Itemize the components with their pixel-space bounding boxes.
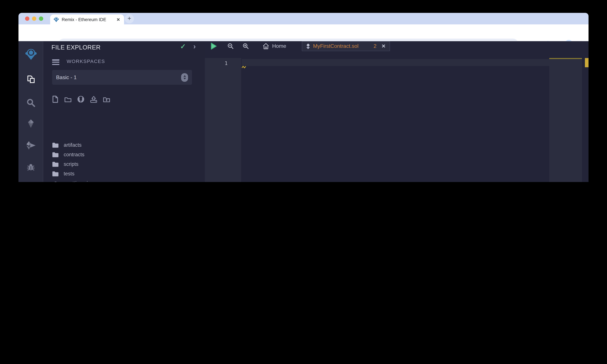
file-explorer-panel: FILE EXPLORER ✓ › WORKSPACES Basic - 1 a…	[43, 41, 205, 182]
explorer-toolbar	[52, 95, 144, 104]
tree-item-folder[interactable]: scripts	[48, 160, 199, 168]
new-file-icon	[52, 96, 58, 103]
solidity-compiler-icon	[26, 119, 35, 129]
panel-title: FILE EXPLORER	[52, 44, 101, 51]
warning-squiggle	[242, 66, 246, 68]
tab-home-label: Home	[272, 43, 286, 49]
minimap[interactable]	[549, 58, 582, 182]
minimap-warning-line	[549, 58, 582, 59]
folder-icon	[52, 152, 59, 157]
folder-icon	[52, 171, 59, 176]
code-area[interactable]	[242, 58, 549, 182]
upload-file-icon	[90, 96, 97, 103]
clone-github-button[interactable]	[77, 96, 84, 103]
editor-tab-bar: Home MyFirstContract.sol 2 ✕	[205, 41, 589, 51]
play-icon	[210, 42, 217, 50]
file-name: artifacts	[64, 142, 82, 148]
zoom-in-icon	[242, 43, 249, 50]
upload-folder-button[interactable]	[103, 96, 110, 103]
rail-solidity-compiler-button[interactable]	[18, 114, 43, 133]
current-line-highlight	[242, 59, 549, 66]
home-icon	[263, 43, 269, 50]
tab-close-icon[interactable]: ✕	[116, 17, 121, 22]
remix-logo-icon	[24, 48, 38, 61]
rail-debugger-button[interactable]	[18, 158, 43, 176]
new-file-button[interactable]	[52, 96, 59, 103]
upload-folder-icon	[103, 96, 110, 102]
tree-item-json[interactable]: {} .prettierrc.json	[48, 179, 199, 182]
expand-chevron-icon[interactable]: ›	[193, 42, 196, 51]
folder-icon	[52, 161, 59, 167]
minimize-window-button[interactable]	[32, 16, 36, 21]
debugger-bug-icon	[26, 162, 36, 172]
tab-contract-label: MyFirstContract.sol	[313, 43, 371, 49]
remix-app: FILE EXPLORER ✓ › WORKSPACES Basic - 1 a…	[18, 41, 589, 182]
accept-check-icon[interactable]: ✓	[180, 42, 186, 51]
tab-myfirstcontract[interactable]: MyFirstContract.sol 2 ✕	[302, 41, 390, 51]
new-tab-button[interactable]: +	[125, 14, 134, 23]
close-window-button[interactable]	[25, 16, 29, 21]
browser-window: Remix - Ethereum IDE ✕ + ← → ↻ remix.eth…	[18, 13, 589, 182]
remix-favicon-icon	[53, 17, 59, 22]
deploy-run-icon	[26, 141, 36, 150]
zoom-in-button[interactable]	[241, 42, 250, 50]
new-folder-icon	[64, 96, 72, 102]
tree-item-folder[interactable]: tests	[48, 169, 199, 178]
icon-rail	[18, 41, 43, 182]
browser-tab[interactable]: Remix - Ethereum IDE ✕	[50, 14, 124, 24]
browser-tab-title: Remix - Ethereum IDE	[62, 17, 116, 22]
workspaces-menu-icon[interactable]	[52, 59, 59, 65]
file-name: tests	[64, 171, 74, 177]
upload-file-button[interactable]	[90, 96, 97, 103]
file-name: contracts	[64, 152, 84, 157]
solidity-file-icon	[306, 43, 310, 49]
editor-gutter: 1	[205, 58, 241, 182]
search-icon	[26, 98, 36, 107]
rail-search-button[interactable]	[18, 93, 43, 112]
tab-close-icon[interactable]: ✕	[382, 43, 386, 49]
workspace-select[interactable]: Basic - 1	[52, 70, 192, 85]
github-icon	[77, 96, 84, 103]
tab-problems-badge: 2	[374, 43, 377, 49]
remix-home-button[interactable]	[18, 45, 43, 64]
browser-toolbar: ← → ↻ remix.ethereum.org/#lang=en&optimi…	[18, 24, 589, 41]
workspace-selected: Basic - 1	[56, 74, 181, 80]
rail-file-explorer-button[interactable]	[18, 70, 43, 89]
json-braces-icon: {}	[52, 181, 59, 182]
tree-item-folder[interactable]: contracts	[48, 150, 199, 159]
line-number: 1	[225, 60, 228, 66]
file-name: scripts	[64, 161, 79, 167]
editor-pane: Home MyFirstContract.sol 2 ✕ 1	[205, 41, 589, 182]
tab-home[interactable]: Home	[259, 41, 290, 51]
zoom-out-icon	[227, 43, 234, 50]
file-name: .prettierrc.json	[64, 180, 96, 182]
workspace-spinner-icon	[181, 73, 188, 82]
overview-ruler-warning-marker	[585, 58, 589, 67]
zoom-out-button[interactable]	[226, 42, 235, 50]
folder-icon	[52, 142, 59, 148]
maximize-window-button[interactable]	[39, 16, 43, 21]
browser-tab-strip: Remix - Ethereum IDE ✕ +	[18, 13, 589, 24]
run-script-button[interactable]	[209, 42, 218, 50]
new-folder-button[interactable]	[64, 96, 72, 103]
workspaces-label: WORKSPACES	[67, 58, 105, 64]
rail-deploy-run-button[interactable]	[18, 136, 43, 155]
tree-item-folder[interactable]: artifacts	[48, 141, 199, 149]
file-explorer-icon	[26, 75, 36, 84]
